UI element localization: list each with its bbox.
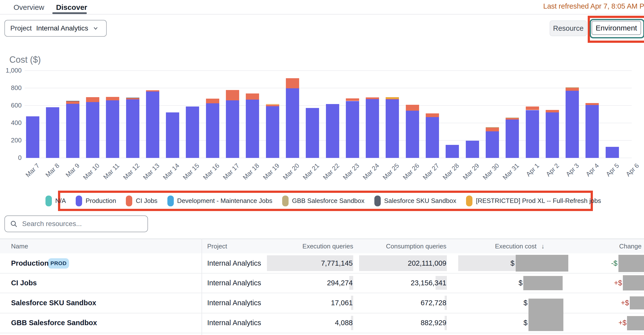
project-cell: Internal Analytics <box>207 253 261 273</box>
execution-cost-currency: $ <box>513 313 528 333</box>
resource-name[interactable]: Salesforce SKU Sandbox <box>11 293 96 313</box>
resource-name[interactable]: CI Jobs <box>11 273 37 293</box>
execution-queries-cell: 17,061 <box>254 293 353 313</box>
project-cell: Internal Analytics <box>207 293 261 313</box>
resource-name[interactable]: GBB Salesforce Sandbox <box>11 313 97 333</box>
environment-toggle-button[interactable]: Environment <box>592 21 641 35</box>
change-prefix: +$ <box>607 293 629 313</box>
execution-queries-cell: 294,274 <box>254 273 353 293</box>
redaction-block <box>630 296 644 309</box>
execution-cost-currency: $ <box>500 253 514 273</box>
execution-cost-currency: $ <box>508 273 522 293</box>
table-row-divider <box>0 333 644 333</box>
redaction-block <box>627 316 644 330</box>
change-prefix: +$ <box>604 313 626 333</box>
redaction-block-execution-cost <box>528 298 564 331</box>
project-cell: Internal Analytics <box>207 313 261 333</box>
redaction-block <box>523 276 563 290</box>
project-cell: Internal Analytics <box>207 273 261 293</box>
consumption-queries-cell: 202,111,009 <box>348 253 446 273</box>
redaction-block <box>623 275 644 290</box>
execution-queries-cell: 7,771,145 <box>254 253 353 273</box>
resource-name[interactable]: Production <box>11 253 49 273</box>
redaction-block <box>516 255 568 271</box>
redaction-block <box>618 255 644 272</box>
execution-cost-currency: $ <box>513 293 528 313</box>
change-prefix: +$ <box>600 273 622 293</box>
prod-badge: PROD <box>48 258 69 269</box>
change-prefix: -$ <box>595 253 618 273</box>
execution-queries-cell: 4,088 <box>254 313 353 333</box>
consumption-queries-cell: 672,728 <box>348 293 446 313</box>
consumption-queries-cell: 882,929 <box>348 313 446 333</box>
resources-table: ProductionPRODInternal Analytics7,771,14… <box>0 0 644 335</box>
consumption-queries-cell: 23,156,341 <box>348 273 446 293</box>
